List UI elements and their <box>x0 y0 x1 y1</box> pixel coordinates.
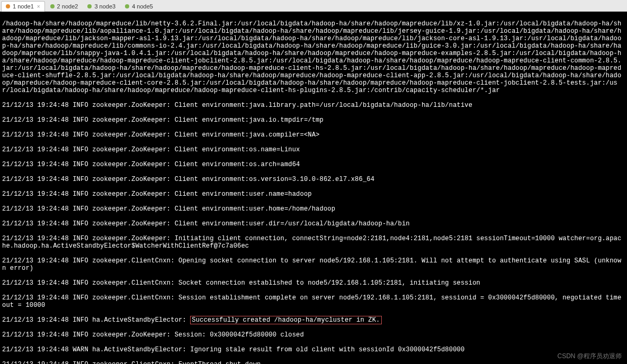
log-line: 21/12/13 19:24:48 WARN ha.ActiveStandbyE… <box>2 346 625 353</box>
tab-bar: 1 node1 × 2 node2 3 node3 4 node5 <box>0 0 627 12</box>
log-line: 21/12/13 19:24:48 INFO zookeeper.ZooKeep… <box>2 116 625 124</box>
tab-label: 2 node2 <box>57 3 78 10</box>
log-line: 21/12/13 19:24:48 INFO zookeeper.ClientC… <box>2 279 625 287</box>
watermark: CSDN @程序员劝退师 <box>557 352 622 361</box>
log-line: 21/12/13 19:24:48 INFO zookeeper.ClientC… <box>2 361 625 364</box>
tab-label: 1 node1 <box>13 3 34 10</box>
tab-node1[interactable]: 1 node1 × <box>1 1 45 12</box>
tab-node3[interactable]: 3 node3 <box>83 1 120 12</box>
tab-node2[interactable]: 2 node2 <box>46 1 83 12</box>
log-line: 21/12/13 19:24:48 INFO zookeeper.ClientC… <box>2 294 625 309</box>
log-line: 21/12/13 19:24:48 INFO zookeeper.ZooKeep… <box>2 146 625 153</box>
tab-label: 3 node3 <box>94 3 115 10</box>
terminal-output[interactable]: /hadoop-ha/share/hadoop/mapreduce/lib/ne… <box>0 12 627 364</box>
status-dot-icon <box>125 4 129 8</box>
classpath-block: /hadoop-ha/share/hadoop/mapreduce/lib/ne… <box>2 20 625 94</box>
log-line: 21/12/13 19:24:48 INFO zookeeper.ZooKeep… <box>2 205 625 213</box>
log-line: 21/12/13 19:24:48 INFO zookeeper.ZooKeep… <box>2 220 625 228</box>
status-dot-icon <box>87 4 92 8</box>
log-line: 21/12/13 19:24:48 INFO zookeeper.ZooKeep… <box>2 131 625 139</box>
tab-node5[interactable]: 4 node5 <box>121 1 157 12</box>
log-line-highlighted: 21/12/13 19:24:48 INFO ha.ActiveStandbyE… <box>2 316 625 324</box>
tab-label: 4 node5 <box>132 3 153 10</box>
log-line: 21/12/13 19:24:48 INFO zookeeper.ZooKeep… <box>2 102 625 109</box>
log-line: 21/12/13 19:24:48 INFO zookeeper.ZooKeep… <box>2 190 625 198</box>
success-highlight: Successfully created /hadoop-ha/mycluste… <box>190 316 381 324</box>
status-dot-icon <box>6 4 10 8</box>
log-line: 21/12/13 19:24:48 INFO zookeeper.ZooKeep… <box>2 176 625 183</box>
log-line: 21/12/13 19:24:48 INFO zookeeper.ZooKeep… <box>2 161 625 168</box>
log-line: 21/12/13 19:24:48 INFO zookeeper.ZooKeep… <box>2 331 625 339</box>
status-dot-icon <box>50 4 55 8</box>
log-line: 21/12/13 19:24:48 INFO zookeeper.ZooKeep… <box>2 235 625 250</box>
log-line: 21/12/13 19:24:48 INFO zookeeper.ClientC… <box>2 257 625 272</box>
close-icon[interactable]: × <box>37 4 40 10</box>
